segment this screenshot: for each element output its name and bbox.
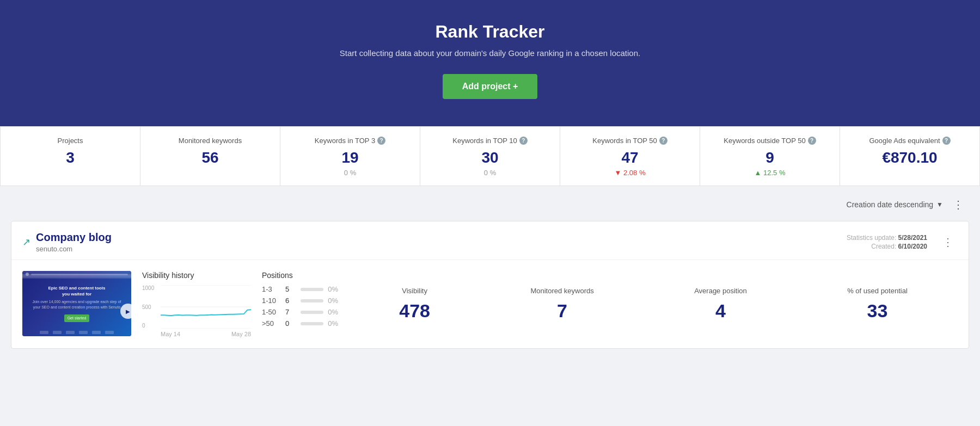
project-card: ↗ Company blog senuto.com Statistics upd… — [11, 221, 969, 349]
stat-value-keywords-top3: 19 — [286, 149, 414, 166]
thumbnail-mockup: Epic SEO and content toolsyou waited for… — [22, 271, 131, 336]
more-options-button[interactable]: ⋮ — [950, 197, 967, 212]
stat-cell-keywords-outside-top50: Keywords outside TOP 50?9▲ 12.5 % — [700, 127, 840, 186]
pos-count: 0 — [285, 319, 296, 328]
positions-table: 1-3 5 0% 1-10 6 0% — [262, 285, 338, 328]
positions-title: Positions — [262, 271, 338, 280]
stat-cell-projects: Projects3 — [1, 127, 140, 186]
chart-y-labels: 1000 500 0 — [142, 285, 158, 329]
help-icon-google-ads[interactable]: ? — [942, 137, 951, 145]
sort-arrow-icon: ▼ — [936, 201, 943, 208]
monitored-keywords-label: Monitored keywords — [530, 287, 593, 295]
pos-count: 5 — [285, 285, 296, 293]
sort-label: Creation date descending — [847, 200, 934, 209]
stat-cell-google-ads: Google Ads equivalent?€870.10 — [840, 127, 979, 186]
pos-range: >50 — [262, 319, 281, 328]
stat-sub-keywords-top10: 0 % — [426, 169, 554, 177]
project-name: Company blog — [36, 231, 112, 244]
add-project-button[interactable]: Add project + — [443, 74, 538, 99]
stat-sub-keywords-outside-top50: ▲ 12.5 % — [706, 169, 834, 177]
project-thumbnail: Epic SEO and content toolsyou waited for… — [22, 271, 131, 336]
stat-cell-monitored-keywords: Monitored keywords56 — [140, 127, 280, 186]
visibility-value: 478 — [399, 300, 430, 322]
project-body: Epic SEO and content toolsyou waited for… — [11, 260, 969, 348]
position-row: 1-50 7 0% — [262, 308, 338, 316]
pos-pct: 0% — [328, 319, 338, 328]
project-stats: Visibility 478 Monitored keywords 7 Aver… — [349, 271, 958, 337]
project-title-group: ↗ Company blog senuto.com — [22, 231, 112, 253]
average-position-label: Average position — [694, 287, 747, 295]
average-position-value: 4 — [694, 300, 747, 322]
y-label-mid: 500 — [142, 304, 158, 310]
stat-cell-keywords-top3: Keywords in TOP 3?190 % — [280, 127, 420, 186]
help-icon-keywords-top50[interactable]: ? — [659, 137, 667, 145]
visibility-label: Visibility — [399, 287, 430, 295]
stat-value-keywords-outside-top50: 9 — [706, 149, 834, 166]
stat-sub-keywords-top3: 0 % — [286, 169, 414, 177]
stat-label-keywords-top50: Keywords in TOP 50? — [566, 137, 694, 145]
stat-value-projects: 3 — [6, 149, 134, 166]
pos-bar-bg — [301, 322, 323, 325]
header-banner: Rank Tracker Start collecting data about… — [0, 0, 980, 126]
pos-range: 1-50 — [262, 308, 281, 316]
chart-title: Visibility history — [142, 271, 251, 280]
monitored-keywords-value: 7 — [530, 300, 593, 322]
content-area: Creation date descending ▼ ⋮ ↗ Company b… — [0, 186, 980, 360]
stat-value-keywords-top50: 47 — [566, 149, 694, 166]
help-icon-keywords-top10[interactable]: ? — [519, 137, 528, 145]
y-label-bottom: 0 — [142, 323, 158, 329]
visibility-stat: Visibility 478 — [399, 287, 430, 322]
position-row: 1-3 5 0% — [262, 285, 338, 293]
x-label-start: May 14 — [161, 331, 180, 337]
pos-range: 1-10 — [262, 297, 281, 305]
pos-range: 1-3 — [262, 285, 281, 293]
chart-area: May 14 May 28 — [161, 285, 251, 337]
stat-cell-keywords-top10: Keywords in TOP 10?300 % — [420, 127, 560, 186]
thumbnail-text: Epic SEO and content toolsyou waited for… — [28, 281, 125, 326]
chart-section: Visibility history 1000 500 0 May 14 — [142, 271, 251, 337]
positions-section: Positions 1-3 5 0% 1-10 6 — [262, 271, 338, 337]
pos-count: 6 — [285, 297, 296, 305]
position-row: >50 0 0% — [262, 319, 338, 328]
stat-label-keywords-top3: Keywords in TOP 3? — [286, 137, 414, 145]
used-potential-stat: % of used potential 33 — [847, 287, 908, 322]
project-header: ↗ Company blog senuto.com Statistics upd… — [11, 221, 969, 260]
used-potential-label: % of used potential — [847, 287, 908, 295]
y-label-top: 1000 — [142, 285, 158, 291]
pos-pct: 0% — [328, 297, 338, 305]
pos-bar-bg — [301, 311, 323, 314]
stat-label-google-ads: Google Ads equivalent? — [846, 137, 974, 145]
used-potential-value: 33 — [847, 300, 908, 322]
help-icon-keywords-top3[interactable]: ? — [377, 137, 385, 145]
project-domain: senuto.com — [36, 245, 112, 253]
page-title: Rank Tracker — [11, 22, 969, 42]
created-label: Created: 6/10/2020 — [871, 243, 927, 250]
stat-sub-keywords-top50: ▼ 2.08 % — [566, 169, 694, 177]
stat-label-keywords-outside-top50: Keywords outside TOP 50? — [706, 137, 834, 145]
project-more-button[interactable]: ⋮ — [938, 233, 958, 251]
stat-value-google-ads: €870.10 — [846, 149, 974, 166]
project-name-group: Company blog senuto.com — [36, 231, 112, 253]
stat-label-monitored-keywords: Monitored keywords — [146, 137, 274, 145]
project-meta: Statistics update: 5/28/2021 Created: 6/… — [847, 234, 927, 250]
page-subtitle: Start collecting data about your domain'… — [11, 48, 969, 58]
project-icon: ↗ — [22, 236, 30, 248]
stat-label-projects: Projects — [6, 137, 134, 145]
pos-pct: 0% — [328, 308, 338, 316]
pos-bar-bg — [301, 299, 323, 302]
sort-bar: Creation date descending ▼ ⋮ — [11, 197, 969, 212]
stat-value-monitored-keywords: 56 — [146, 149, 274, 166]
stats-update-label: Statistics update: 5/28/2021 — [847, 234, 927, 242]
average-position-stat: Average position 4 — [694, 287, 747, 322]
pos-bar-bg — [301, 288, 323, 291]
help-icon-keywords-outside-top50[interactable]: ? — [808, 137, 816, 145]
chart-svg — [161, 285, 251, 329]
position-row: 1-10 6 0% — [262, 297, 338, 305]
chart-x-labels: May 14 May 28 — [161, 331, 251, 337]
stat-cell-keywords-top50: Keywords in TOP 50?47▼ 2.08 % — [560, 127, 700, 186]
stat-value-keywords-top10: 30 — [426, 149, 554, 166]
pos-count: 7 — [285, 308, 296, 316]
sort-select[interactable]: Creation date descending ▼ — [847, 200, 943, 209]
play-button[interactable]: ▶ — [120, 304, 131, 319]
monitored-keywords-stat: Monitored keywords 7 — [530, 287, 593, 322]
